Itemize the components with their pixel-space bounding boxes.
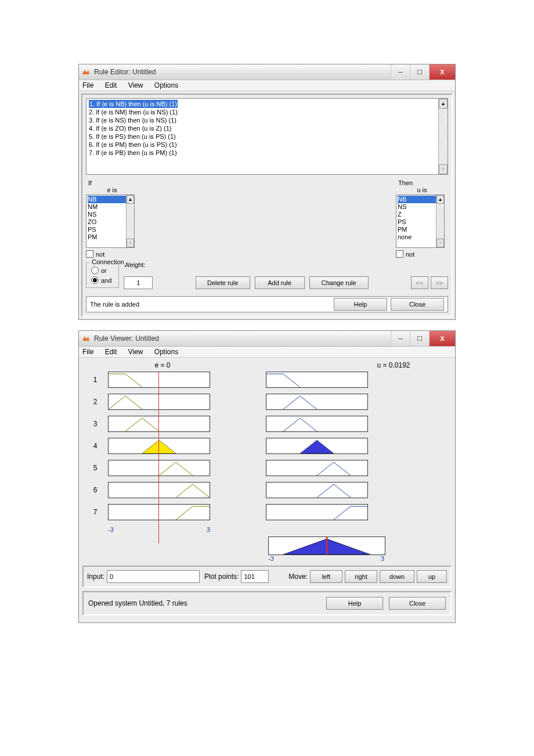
menu-view[interactable]: View [128,348,143,356]
u-header: u = 0.0192 [335,361,452,369]
menu-edit[interactable]: Edit [105,348,117,356]
if-column: If e is NBNMNSZOPSPM ▲ ▼ not [86,178,138,258]
rule-charts[interactable]: 1234567 [82,372,452,520]
u-mf-chart [266,438,368,454]
move-down-button[interactable]: down [380,570,414,583]
menu-file[interactable]: File [82,81,93,89]
menu-view[interactable]: View [128,81,143,89]
viewer-statusbar: Opened system Untitled, 7 rules Help Clo… [82,591,452,615]
input-slider-line[interactable] [158,372,159,543]
menu-edit[interactable]: Edit [105,81,117,89]
window-title: Rule Viewer: Untitled [94,334,159,343]
rule-index: 7 [82,508,108,516]
delete-rule-button[interactable]: Delete rule [196,276,250,289]
menubar: File Edit View Options [79,80,455,91]
close-window-button[interactable]: X [429,331,455,346]
close-button[interactable]: Close [389,597,446,610]
close-window-button[interactable]: X [429,64,455,80]
if-listbox[interactable]: NBNMNSZOPSPM ▲ ▼ [86,195,135,248]
rule-list-scrollbar[interactable]: ▲ ▼ [438,99,448,174]
prev-rule-button[interactable]: << [411,276,428,289]
rule-row: 2 [82,394,452,410]
minimize-button[interactable]: ─ [391,331,410,346]
rule-index: 3 [82,420,108,428]
then-not-label: not [406,251,414,258]
input-field[interactable]: 0 [107,570,200,583]
weight-label: Weight: [124,261,153,268]
rule-index: 2 [82,398,108,406]
weight-input[interactable]: 1 [124,276,153,289]
plot-points-field[interactable]: 101 [241,570,269,583]
if-not-checkbox[interactable] [86,250,93,258]
u-mf-chart [266,504,368,520]
connection-and-radio[interactable] [91,276,99,284]
then-column: Then u is NBNSZPSPMnone ▲ ▼ not [396,178,448,258]
if-not-label: not [96,251,104,258]
then-var-label: u is [396,186,448,193]
then-listbox-scrollbar[interactable]: ▲ ▼ [436,195,444,247]
add-rule-button[interactable]: Add rule [255,276,305,289]
maximize-button[interactable]: ☐ [410,64,429,80]
input-label: Input: [87,573,104,581]
scroll-down-icon[interactable]: ▼ [436,239,444,247]
change-rule-button[interactable]: Change rule [309,276,369,289]
scroll-up-icon[interactable]: ▲ [436,195,444,204]
help-button[interactable]: Help [326,597,383,610]
minimize-button[interactable]: ─ [391,64,410,80]
scroll-down-icon[interactable]: ▼ [127,239,134,247]
menu-options[interactable]: Options [154,81,178,89]
u-mf-chart [266,372,368,388]
menu-file[interactable]: File [82,348,93,356]
close-button[interactable]: Close [391,298,444,311]
matlab-icon [81,67,91,77]
aggregate-output-chart [268,537,385,555]
rule-viewer-window: Rule Viewer: Untitled ─ ☐ X File Edit Vi… [78,330,456,623]
window-controls: ─ ☐ X [391,331,455,346]
connection-group: Connection or and [86,262,119,288]
u-axis-min: -3 [268,555,274,562]
move-label: Move: [288,573,308,581]
status-text: Opened system Untitled, 7 rules [88,599,187,607]
u-axis-labels: -3 3 [268,555,384,562]
if-listbox-scrollbar[interactable]: ▲ ▼ [126,195,134,247]
scroll-up-icon[interactable]: ▲ [439,99,448,109]
scroll-up-icon[interactable]: ▲ [127,195,134,204]
u-mf-chart [266,482,368,498]
then-listbox[interactable]: NBNSZPSPMnone ▲ ▼ [396,195,445,248]
rule-index: 1 [82,376,108,384]
then-not-checkbox[interactable] [396,250,403,258]
connection-or-radio[interactable] [91,267,99,274]
u-axis-max: 3 [381,555,384,562]
maximize-button[interactable]: ☐ [410,331,429,346]
if-label: If [86,178,138,186]
or-label: or [101,267,107,274]
rule-index: 5 [82,464,108,472]
window-controls: ─ ☐ X [391,64,455,80]
u-mf-chart [266,416,368,432]
rule-list[interactable]: 1. If (e is NB) then (u is NB) (1)2. If … [86,98,448,175]
rule-index: 4 [82,442,108,450]
matlab-icon [81,334,91,343]
and-label: and [101,277,111,284]
rule-row: 4 [82,438,452,454]
rule-row: 7 [82,504,452,520]
menubar: File Edit View Options [79,347,455,358]
move-left-button[interactable]: left [310,570,342,583]
scroll-down-icon[interactable]: ▼ [439,164,448,174]
titlebar[interactable]: Rule Viewer: Untitled ─ ☐ X [79,331,455,347]
rule-row: 3 [82,416,452,432]
menu-options[interactable]: Options [154,348,178,356]
rule-row: 6 [82,482,452,498]
svg-marker-1 [300,440,334,453]
rule-row: 1 [82,372,452,388]
e-axis-min: -3 [108,526,114,533]
move-up-button[interactable]: up [417,570,447,583]
next-rule-button[interactable]: >> [431,276,448,289]
u-mf-chart [266,394,368,410]
e-header: e = 0 [108,361,217,369]
connection-legend: Connection [90,258,126,265]
editor-statusbar: The rule is added Help Close [86,296,448,312]
titlebar[interactable]: Rule Editor: Untitled ─ ☐ X [79,64,455,80]
move-right-button[interactable]: right [345,570,377,583]
help-button[interactable]: Help [334,298,387,311]
